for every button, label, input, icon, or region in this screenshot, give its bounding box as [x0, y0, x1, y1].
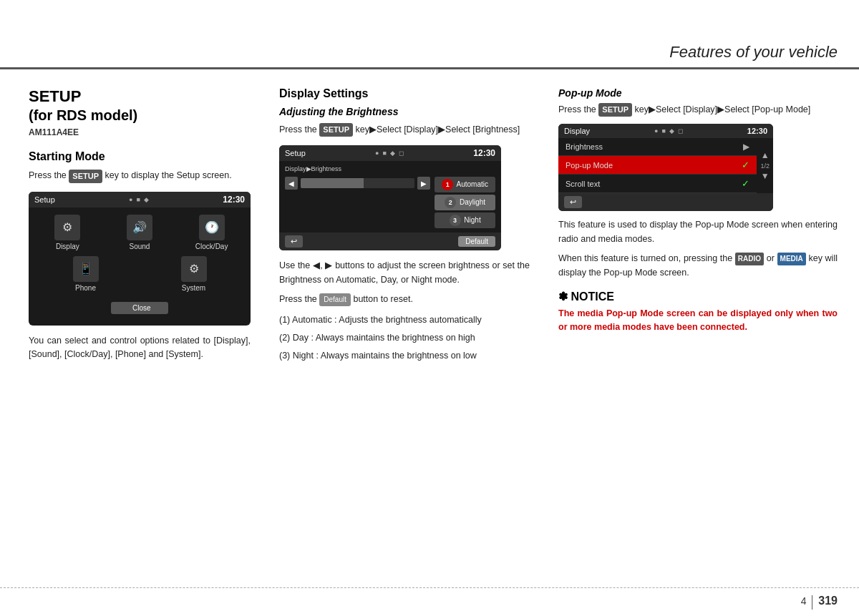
brightness-list-items: (1) Automatic : Adjusts the brightness a… — [279, 313, 530, 364]
scroll-down-arrow[interactable]: ▼ — [761, 171, 770, 181]
header: Features of your vehicle — [0, 0, 859, 69]
brightness-screen-icons: ● ■ ◆ ◻ — [375, 150, 404, 157]
display-icon: ⚙ — [54, 215, 80, 240]
popup-item-brightness: Brightness ▶ — [558, 138, 757, 156]
starting-mode-body: Press the SETUP key to display the Setup… — [29, 169, 251, 182]
middle-column: Display Settings Adjusting the Brightnes… — [265, 69, 544, 587]
clock-icon: 🕐 — [199, 215, 225, 240]
option-num-3: 3 — [450, 215, 461, 226]
notice-section: ✽ NOTICE The media Pop-up Mode screen ca… — [558, 290, 838, 335]
brightness-slider: ◀ ▶ — [285, 177, 430, 190]
popup-screen-header: Display ● ■ ◆ ◻ 12:30 — [558, 124, 773, 138]
menu-display: ⚙ Display — [39, 215, 96, 250]
main-content: SETUP (for RDS model) AM111A4EE Starting… — [0, 69, 859, 587]
slider-left-arrow[interactable]: ◀ — [285, 177, 298, 190]
popup-mode-screen: Display ● ■ ◆ ◻ 12:30 Brightness ▶ — [558, 124, 773, 211]
slider-fill — [301, 178, 364, 188]
menu-system: ⚙ System — [165, 256, 223, 292]
phone-icon: 📱 — [73, 256, 99, 282]
menu-clock: 🕐 Clock/Day — [183, 215, 241, 250]
footer-page: 4 319 — [801, 595, 838, 609]
right-column: Pop-up Mode Press the SETUP key▶Select [… — [544, 69, 859, 587]
menu-phone: 📱 Phone — [57, 256, 115, 292]
default-button[interactable]: Default — [458, 236, 495, 247]
back-button[interactable]: ↩ — [285, 235, 303, 248]
brightness-screen-header: Setup ● ■ ◆ ◻ 12:30 — [279, 145, 501, 161]
display-settings-heading: Display Settings — [279, 87, 530, 100]
option-num-1: 1 — [442, 179, 453, 190]
popup-screen-icons: ● ■ ◆ ◻ — [654, 127, 683, 135]
footer: 4 319 — [0, 587, 859, 616]
option-daylight[interactable]: 2 Daylight — [435, 195, 495, 210]
option-automatic[interactable]: 1 Automatic — [435, 177, 495, 192]
popup-item-scroll-text: Scroll text ✓ — [558, 175, 757, 193]
left-column: SETUP (for RDS model) AM111A4EE Starting… — [0, 69, 265, 587]
radio-badge: RADIO — [735, 253, 764, 265]
use-buttons-text: Use the ◀, ▶ buttons to adjust the scree… — [279, 259, 530, 287]
brightness-screen: Setup ● ■ ◆ ◻ 12:30 Display▶Brightness ◀ — [279, 145, 501, 250]
screen-header: Setup ● ■ ◆ 12:30 — [29, 192, 251, 207]
popup-list-area: Brightness ▶ Pop-up Mode ✓ Scroll text ✓… — [558, 138, 773, 193]
slider-track — [301, 178, 414, 188]
you-can-text: You can select and control options relat… — [29, 334, 251, 362]
brightness-instruction: Press the SETUP key▶Select [Display]▶Sel… — [279, 123, 530, 137]
brightness-arrow: ▶ — [743, 142, 749, 152]
popup-back-row: ↩ — [558, 193, 773, 211]
setup-key-badge: SETUP — [69, 170, 102, 183]
slider-right-arrow[interactable]: ▶ — [417, 177, 430, 190]
scroll-text-check: ✓ — [742, 178, 749, 189]
popup-list-items: Brightness ▶ Pop-up Mode ✓ Scroll text ✓ — [558, 138, 757, 193]
setup-subtitle: (for RDS model) — [29, 106, 251, 124]
when-feature-text: When this feature is turned on, pressing… — [558, 252, 838, 280]
media-badge: MEDIA — [777, 253, 806, 265]
list-item-2: (2) Day : Always maintains the brightnes… — [279, 331, 530, 346]
brightness-heading: Adjusting the Brightness — [279, 106, 530, 117]
option-num-2: 2 — [445, 197, 456, 208]
setup-title: SETUP — [29, 87, 251, 106]
screen-close-button[interactable]: Close — [111, 302, 168, 314]
notice-text: The media Pop-up Mode screen can be disp… — [558, 307, 838, 335]
popup-back-button[interactable]: ↩ — [564, 196, 582, 208]
starting-mode-heading: Starting Mode — [29, 150, 251, 163]
setup-key-badge-middle: SETUP — [319, 123, 353, 137]
scroll-up-arrow[interactable]: ▲ — [761, 150, 770, 160]
popup-instruction: Press the SETUP key▶Select [Display]▶Sel… — [558, 103, 838, 117]
scroll-arrows: ▲ 1/2 ▼ — [757, 138, 773, 193]
screen-icons: ● ■ ◆ — [129, 196, 149, 203]
default-inline-badge: Default — [319, 293, 351, 306]
page-indicator: 1/2 — [760, 161, 770, 171]
screen-menu-grid: ⚙ Display 🔊 Sound 🕐 Clock/Day 📱 Phone ⚙ — [29, 207, 251, 299]
menu-sound: 🔊 Sound — [111, 215, 168, 250]
press-default-text: Press the Default button to reset. — [279, 293, 530, 306]
popup-mode-check: ✓ — [742, 160, 749, 170]
option-night[interactable]: 3 Night — [435, 212, 495, 228]
setup-model-code: AM111A4EE — [29, 127, 251, 137]
footer-divider — [812, 595, 812, 610]
sound-icon: 🔊 — [127, 215, 152, 240]
brightness-body: Display▶Brightness ◀ ▶ 1 — [279, 161, 501, 233]
header-title: Features of your vehicle — [669, 43, 838, 62]
this-feature-text: This feature is used to display the Pop-… — [558, 218, 838, 246]
brightness-screen-bottom: ↩ Default — [279, 233, 501, 250]
notice-heading: ✽ NOTICE — [558, 290, 838, 303]
popup-item-popup-mode: Pop-up Mode ✓ — [558, 156, 757, 175]
list-item-3: (3) Night : Always maintains the brightn… — [279, 348, 530, 363]
setup-key-badge-right: SETUP — [598, 103, 632, 117]
list-item-1: (1) Automatic : Adjusts the brightness a… — [279, 313, 530, 328]
popup-mode-heading: Pop-up Mode — [558, 87, 838, 99]
setup-main-screen: Setup ● ■ ◆ 12:30 ⚙ Display 🔊 Sound — [29, 192, 251, 326]
system-icon: ⚙ — [181, 256, 207, 282]
